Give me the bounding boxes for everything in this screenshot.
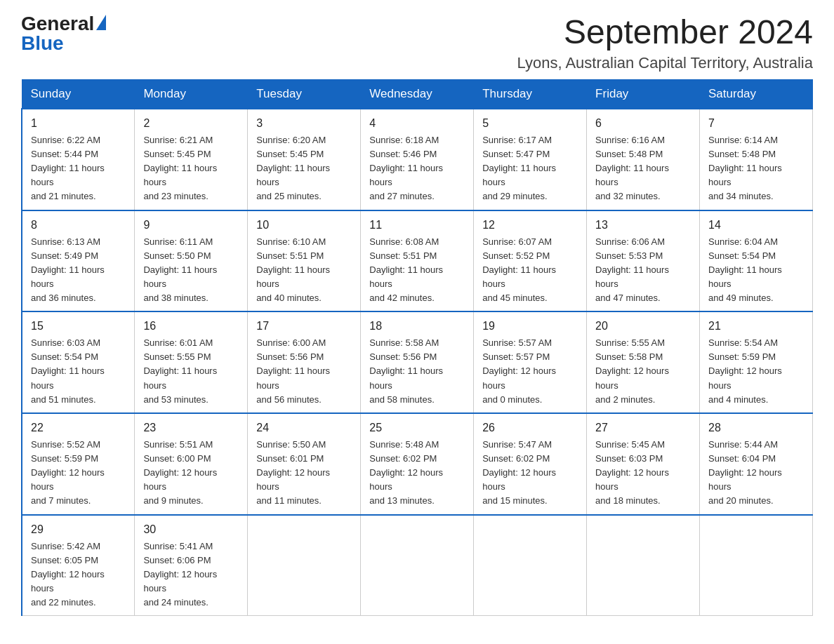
calendar-cell: 16Sunrise: 6:01 AMSunset: 5:55 PMDayligh… [135,311,248,413]
day-info: Sunrise: 6:16 AMSunset: 5:48 PMDaylight:… [595,133,691,204]
day-info: Sunrise: 6:01 AMSunset: 5:55 PMDaylight:… [143,336,239,407]
calendar-cell: 24Sunrise: 5:50 AMSunset: 6:01 PMDayligh… [248,413,361,515]
logo: General Blue [21,14,106,53]
day-info: Sunrise: 6:03 AMSunset: 5:54 PMDaylight:… [31,336,126,407]
day-number: 5 [482,115,578,132]
day-number: 11 [369,217,465,234]
week-row-2: 8Sunrise: 6:13 AMSunset: 5:49 PMDaylight… [22,210,813,312]
day-number: 18 [369,318,465,335]
day-number: 23 [143,420,239,436]
calendar-cell: 6Sunrise: 6:16 AMSunset: 5:48 PMDaylight… [587,109,700,210]
calendar-cell [587,515,700,616]
calendar-cell: 4Sunrise: 6:18 AMSunset: 5:46 PMDaylight… [361,109,474,210]
calendar-cell: 30Sunrise: 5:41 AMSunset: 6:06 PMDayligh… [135,515,248,616]
day-number: 12 [482,217,578,234]
header-day-saturday: Saturday [700,79,813,109]
day-info: Sunrise: 6:00 AMSunset: 5:56 PMDaylight:… [256,336,352,407]
week-row-4: 22Sunrise: 5:52 AMSunset: 5:59 PMDayligh… [22,413,813,515]
day-number: 14 [708,217,804,234]
day-info: Sunrise: 5:57 AMSunset: 5:57 PMDaylight:… [482,336,578,407]
day-number: 30 [143,521,239,538]
calendar-cell: 13Sunrise: 6:06 AMSunset: 5:53 PMDayligh… [587,210,700,312]
header-day-wednesday: Wednesday [361,79,474,109]
day-info: Sunrise: 5:52 AMSunset: 5:59 PMDaylight:… [31,438,126,509]
day-info: Sunrise: 6:07 AMSunset: 5:52 PMDaylight:… [482,235,578,306]
day-number: 6 [595,115,691,132]
calendar-cell: 19Sunrise: 5:57 AMSunset: 5:57 PMDayligh… [474,311,587,413]
day-info: Sunrise: 5:41 AMSunset: 6:06 PMDaylight:… [143,539,239,610]
header-row: SundayMondayTuesdayWednesdayThursdayFrid… [22,79,813,109]
title-area: September 2024 Lyons, Australian Capital… [517,14,813,72]
day-number: 10 [256,217,352,234]
day-number: 16 [143,318,239,335]
calendar-cell: 2Sunrise: 6:21 AMSunset: 5:45 PMDaylight… [135,109,248,210]
day-info: Sunrise: 5:51 AMSunset: 6:00 PMDaylight:… [143,438,239,509]
day-number: 13 [595,217,691,234]
day-number: 7 [708,115,804,132]
day-info: Sunrise: 6:22 AMSunset: 5:44 PMDaylight:… [31,133,126,204]
week-row-5: 29Sunrise: 5:42 AMSunset: 6:05 PMDayligh… [22,515,813,616]
day-number: 21 [708,318,804,335]
day-info: Sunrise: 6:10 AMSunset: 5:51 PMDaylight:… [256,235,352,306]
calendar-cell: 1Sunrise: 6:22 AMSunset: 5:44 PMDaylight… [22,109,135,210]
header-day-monday: Monday [135,79,248,109]
calendar-cell: 12Sunrise: 6:07 AMSunset: 5:52 PMDayligh… [474,210,587,312]
calendar-cell: 27Sunrise: 5:45 AMSunset: 6:03 PMDayligh… [587,413,700,515]
day-number: 17 [256,318,352,335]
day-info: Sunrise: 6:08 AMSunset: 5:51 PMDaylight:… [369,235,465,306]
day-info: Sunrise: 5:42 AMSunset: 6:05 PMDaylight:… [31,539,126,610]
day-info: Sunrise: 5:45 AMSunset: 6:03 PMDaylight:… [595,438,691,509]
calendar-cell: 3Sunrise: 6:20 AMSunset: 5:45 PMDaylight… [248,109,361,210]
logo-blue-text: Blue [21,34,64,53]
day-number: 22 [31,420,126,436]
header-day-tuesday: Tuesday [248,79,361,109]
calendar-cell [361,515,474,616]
day-number: 1 [31,115,126,132]
day-info: Sunrise: 5:55 AMSunset: 5:58 PMDaylight:… [595,336,691,407]
calendar-cell: 7Sunrise: 6:14 AMSunset: 5:48 PMDaylight… [700,109,813,210]
calendar-subtitle: Lyons, Australian Capital Territory, Aus… [517,54,813,72]
day-number: 4 [369,115,465,132]
week-row-3: 15Sunrise: 6:03 AMSunset: 5:54 PMDayligh… [22,311,813,413]
calendar-cell: 17Sunrise: 6:00 AMSunset: 5:56 PMDayligh… [248,311,361,413]
calendar-cell: 28Sunrise: 5:44 AMSunset: 6:04 PMDayligh… [700,413,813,515]
day-info: Sunrise: 5:48 AMSunset: 6:02 PMDaylight:… [369,438,465,509]
calendar-cell [700,515,813,616]
calendar-cell: 21Sunrise: 5:54 AMSunset: 5:59 PMDayligh… [700,311,813,413]
day-info: Sunrise: 6:04 AMSunset: 5:54 PMDaylight:… [708,235,804,306]
calendar-cell: 8Sunrise: 6:13 AMSunset: 5:49 PMDaylight… [22,210,135,312]
calendar-cell: 14Sunrise: 6:04 AMSunset: 5:54 PMDayligh… [700,210,813,312]
day-number: 27 [595,420,691,436]
calendar-cell: 20Sunrise: 5:55 AMSunset: 5:58 PMDayligh… [587,311,700,413]
day-info: Sunrise: 5:58 AMSunset: 5:56 PMDaylight:… [369,336,465,407]
calendar-title: September 2024 [517,14,813,51]
calendar-cell: 5Sunrise: 6:17 AMSunset: 5:47 PMDaylight… [474,109,587,210]
header-day-sunday: Sunday [22,79,135,109]
day-info: Sunrise: 5:50 AMSunset: 6:01 PMDaylight:… [256,438,352,509]
calendar-cell: 29Sunrise: 5:42 AMSunset: 6:05 PMDayligh… [22,515,135,616]
day-info: Sunrise: 6:18 AMSunset: 5:46 PMDaylight:… [369,133,465,204]
day-number: 9 [143,217,239,234]
calendar-cell [474,515,587,616]
day-info: Sunrise: 6:21 AMSunset: 5:45 PMDaylight:… [143,133,239,204]
day-info: Sunrise: 6:13 AMSunset: 5:49 PMDaylight:… [31,235,126,306]
day-info: Sunrise: 6:17 AMSunset: 5:47 PMDaylight:… [482,133,578,204]
day-info: Sunrise: 6:14 AMSunset: 5:48 PMDaylight:… [708,133,804,204]
logo-triangle-icon [96,15,106,30]
day-info: Sunrise: 5:47 AMSunset: 6:02 PMDaylight:… [482,438,578,509]
calendar-cell: 22Sunrise: 5:52 AMSunset: 5:59 PMDayligh… [22,413,135,515]
calendar-cell: 9Sunrise: 6:11 AMSunset: 5:50 PMDaylight… [135,210,248,312]
day-info: Sunrise: 6:11 AMSunset: 5:50 PMDaylight:… [143,235,239,306]
day-number: 26 [482,420,578,436]
header-day-thursday: Thursday [474,79,587,109]
header-day-friday: Friday [587,79,700,109]
header: General Blue September 2024 Lyons, Austr… [21,14,813,72]
day-info: Sunrise: 6:20 AMSunset: 5:45 PMDaylight:… [256,133,352,204]
day-number: 8 [31,217,126,234]
logo-general-text: General [21,14,94,34]
day-number: 20 [595,318,691,335]
day-number: 25 [369,420,465,436]
day-number: 28 [708,420,804,436]
day-number: 15 [31,318,126,335]
calendar-cell [248,515,361,616]
